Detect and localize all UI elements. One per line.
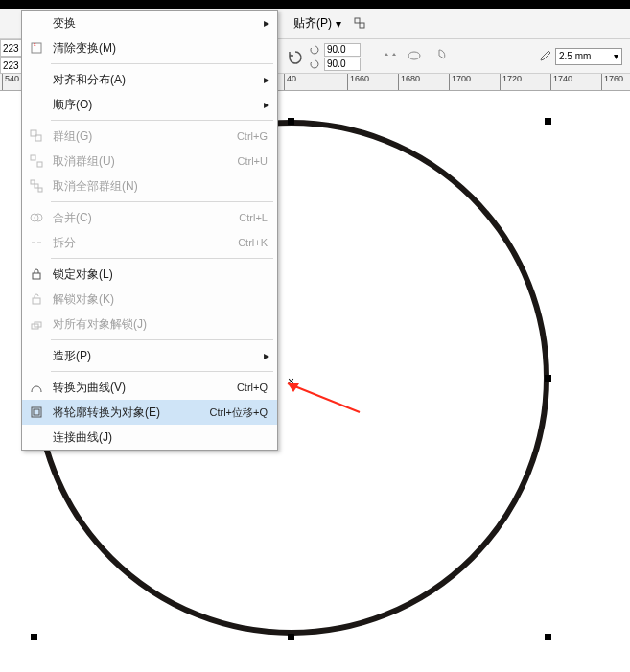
menu-item[interactable]: 转换为曲线(V)Ctrl+Q (22, 375, 277, 400)
x-input[interactable]: 223 (0, 39, 23, 57)
rotate-cw-icon[interactable] (288, 50, 303, 65)
align-icon[interactable] (353, 16, 368, 32)
menu-separator (51, 63, 273, 64)
menu-item-label: 解锁对象(K) (53, 291, 268, 308)
menu-item: 拆分Ctrl+K (22, 230, 277, 255)
svg-rect-14 (33, 273, 40, 279)
outline-icon (28, 404, 45, 421)
unlock-icon (28, 290, 45, 308)
menu-shortcut: Ctrl+K (238, 237, 268, 248)
ruler-tick: 540 (2, 74, 19, 90)
menu-item-label: 合并(C) (53, 210, 239, 226)
menu-shortcut: Ctrl+G (237, 130, 268, 142)
menu-item[interactable]: 锁定对象(L) (22, 262, 277, 287)
menu-separator (51, 258, 273, 259)
menu-shortcut: Ctrl+Q (237, 382, 268, 393)
svg-rect-0 (355, 18, 360, 23)
menu-item[interactable]: x清除变换(M) (22, 35, 277, 60)
menu-separator (51, 339, 273, 340)
selection-handle[interactable] (545, 634, 551, 640)
menu-item-label: 将轮廓转换为对象(E) (53, 405, 209, 421)
menu-item-label: 变换 (53, 15, 268, 32)
menu-item: 群组(G)Ctrl+G (22, 124, 277, 149)
tocurve-icon (28, 379, 45, 396)
menu-item: 合并(C)Ctrl+L (22, 205, 277, 230)
blank-icon (28, 96, 45, 113)
rotate-icon (309, 45, 320, 55)
chevron-down-icon: ▾ (614, 51, 618, 61)
svg-rect-1 (360, 23, 364, 28)
rotate-angle-top[interactable]: 90.0 (324, 43, 361, 57)
menu-item-label: 拆分 (53, 235, 238, 251)
rotate-icon (309, 59, 320, 69)
outline-width-select[interactable]: 2.5 mm ▾ (555, 48, 622, 65)
menu-item: 取消群组(U)Ctrl+U (22, 149, 277, 174)
svg-point-2 (408, 52, 420, 59)
menu-shortcut: Ctrl+位移+Q (209, 406, 268, 420)
menu-item: 解锁对象(K) (22, 287, 277, 312)
svg-rect-8 (37, 162, 42, 167)
menu-item-label: 取消群组(U) (53, 153, 238, 170)
chevron-right-icon: ▸ (264, 349, 269, 362)
menu-item[interactable]: 连接曲线(J) (22, 425, 277, 450)
svg-rect-7 (31, 155, 35, 160)
pie-mode-icon[interactable] (432, 48, 447, 63)
unlockall-icon (28, 315, 45, 333)
svg-rect-11 (38, 188, 42, 192)
menu-item-label: 取消全部群组(N) (53, 178, 268, 195)
clear-icon: x (28, 39, 45, 57)
selection-handle[interactable] (288, 634, 294, 640)
group-icon (28, 127, 45, 145)
blank-icon (28, 429, 45, 446)
lock-icon (28, 266, 45, 283)
snap-label: 贴齐(P) (293, 15, 332, 32)
svg-rect-15 (33, 298, 40, 304)
ruler-tick: 1700 (449, 74, 471, 90)
menu-item[interactable]: 顺序(O)▸ (22, 92, 277, 117)
svg-rect-19 (34, 409, 39, 415)
menu-separator (51, 120, 273, 121)
ellipse-mode-icon[interactable] (407, 48, 422, 63)
context-menu: 变换▸x清除变换(M)对齐和分布(A)▸顺序(O)▸群组(G)Ctrl+G取消群… (21, 10, 278, 451)
selection-handle[interactable] (288, 118, 294, 125)
blank-icon (28, 347, 45, 364)
menu-item[interactable]: 造形(P)▸ (22, 343, 277, 368)
blank-icon (28, 71, 45, 88)
blank-icon (28, 14, 45, 32)
rotate-angle-bottom[interactable]: 90.0 (324, 58, 361, 71)
y-input[interactable]: 223 (0, 57, 23, 74)
break-icon (28, 234, 45, 251)
combine-icon (28, 209, 45, 226)
selection-handle[interactable] (545, 375, 551, 382)
menu-item-label: 转换为曲线(V) (53, 380, 237, 396)
ruler-tick: 1720 (500, 74, 522, 90)
menu-item-label: 对所有对象解锁(J) (53, 316, 268, 333)
annotation-arrow (278, 379, 364, 417)
menu-item-label: 造形(P) (53, 348, 268, 364)
svg-rect-9 (31, 180, 35, 184)
svg-rect-10 (35, 184, 38, 188)
selection-handle[interactable] (545, 118, 551, 125)
eyedropper-icon[interactable] (538, 50, 551, 63)
svg-text:x: x (34, 41, 36, 47)
window-titlebar (0, 0, 630, 9)
menu-item-label: 群组(G) (53, 128, 237, 145)
chevron-right-icon: ▸ (264, 73, 269, 86)
menu-item-label: 清除变换(M) (53, 40, 268, 57)
menu-item[interactable]: 对齐和分布(A)▸ (22, 67, 277, 92)
ruler-tick: 1760 (601, 74, 623, 90)
menu-item[interactable]: 将轮廓转换为对象(E)Ctrl+位移+Q (22, 400, 277, 425)
ruler-tick: 1680 (398, 74, 420, 90)
chevron-right-icon: ▸ (264, 98, 269, 111)
outline-width-value: 2.5 mm (559, 51, 591, 61)
ungroupall-icon (28, 177, 45, 195)
menu-item[interactable]: 变换▸ (22, 11, 277, 35)
ruler-tick: 1660 (347, 74, 369, 90)
snap-dropdown[interactable]: 贴齐(P) ▾ (288, 13, 347, 34)
ruler-tick: 1740 (550, 74, 572, 90)
selection-handle[interactable] (31, 634, 37, 640)
menu-separator (51, 371, 273, 372)
menu-item-label: 锁定对象(L) (53, 266, 268, 283)
ungroup-icon (28, 152, 45, 170)
mirror-h-icon[interactable] (384, 49, 397, 62)
